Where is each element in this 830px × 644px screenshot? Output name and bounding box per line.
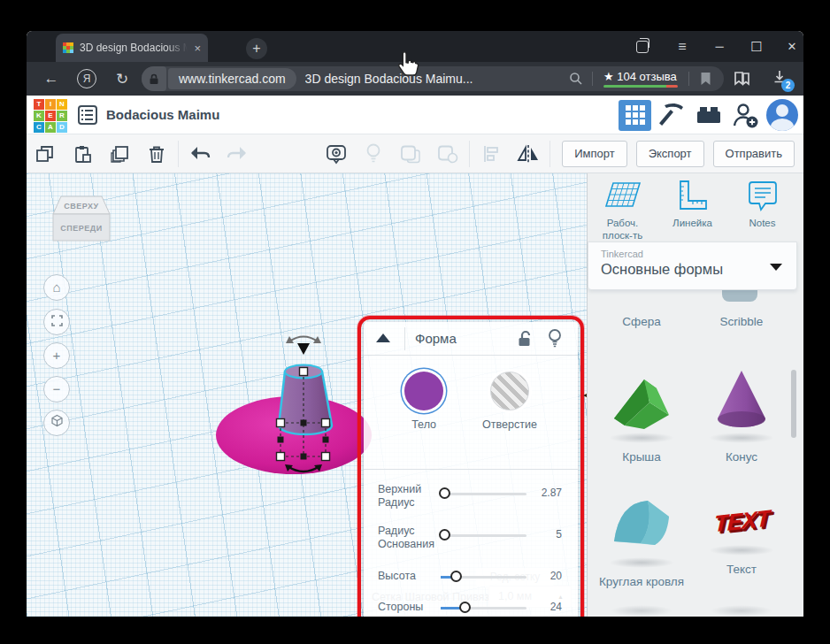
tool-label: Рабоч.	[607, 218, 639, 228]
edit-toolbar: Импорт Экспорт Отправить	[27, 134, 803, 173]
project-title[interactable]: Bodacious Maimu	[106, 107, 219, 122]
close-button[interactable]: ✕	[777, 40, 803, 53]
url-field[interactable]: www.tinkercad.com 3D design Bodacious Ma…	[142, 66, 724, 91]
slider-value[interactable]: 24	[550, 601, 562, 613]
hole-swatch[interactable]: Отверстие	[482, 372, 537, 469]
slider-value[interactable]: 2.87	[542, 487, 562, 499]
browser-window: 3D design Bodacious Ma × + ≡ ─ ☐ ✕ ← Я ↻…	[27, 31, 803, 617]
show-all-button[interactable]	[318, 141, 355, 167]
redo-button[interactable]	[219, 141, 256, 167]
shape-item-scribble[interactable]: Scribble	[692, 308, 791, 328]
delete-button[interactable]	[138, 141, 175, 167]
send-button[interactable]: Отправить	[713, 141, 795, 167]
search-icon[interactable]	[569, 72, 583, 86]
workplane-icon	[604, 179, 642, 212]
shape-label: Крыша	[592, 450, 691, 464]
slider-handle[interactable]	[450, 571, 462, 582]
slider-handle[interactable]	[439, 529, 450, 540]
collapse-panel-icon[interactable]	[376, 334, 390, 342]
slider-row-base-radius: Радиус Основания 5	[364, 525, 578, 560]
back-button[interactable]: ←	[34, 70, 69, 88]
site-reviews[interactable]: ★ 104 отзыва	[603, 70, 678, 88]
workplane-tool[interactable]: Рабоч.плоск-ть	[589, 179, 657, 242]
slider-value[interactable]: 5	[556, 528, 562, 540]
slider-value[interactable]: 20	[550, 570, 562, 582]
design-menu-icon[interactable]	[78, 105, 97, 125]
unlock-icon[interactable]	[518, 330, 532, 348]
bright-bulb-icon[interactable]	[355, 141, 392, 167]
shape-label: Конус	[692, 450, 791, 464]
refresh-button[interactable]: ↻	[104, 70, 140, 88]
shape-item-text[interactable]: TEXT Текст	[692, 490, 791, 576]
blocks-view-button[interactable]	[619, 100, 651, 131]
browser-menu-button[interactable]: ≡	[667, 39, 697, 55]
slider-label: Верхний Радиус	[378, 483, 436, 510]
group-button[interactable]	[392, 141, 429, 167]
minecraft-pickaxe-icon[interactable]	[657, 100, 688, 130]
solid-swatch[interactable]: Тело	[404, 372, 443, 469]
shape-item-sphere[interactable]: Сфера	[592, 308, 691, 328]
collections-icon[interactable]	[733, 70, 752, 88]
shape-item-round-roof[interactable]: Круглая кровля	[592, 490, 691, 588]
ruler-tool[interactable]: Линейка	[659, 179, 726, 242]
lego-brick-icon[interactable]	[694, 100, 724, 130]
yandex-icon[interactable]: Я	[77, 69, 96, 88]
round-roof-shape-icon	[602, 490, 681, 561]
slider-handle[interactable]	[439, 487, 450, 499]
shape-properties-panel: Форма Тело Отверстие	[364, 322, 578, 617]
notes-tool[interactable]: Notes	[729, 179, 796, 242]
minimize-button[interactable]: ─	[704, 40, 734, 53]
app-header: TIN KER CAD Bodacious Maimu	[27, 96, 803, 134]
user-avatar[interactable]	[766, 99, 798, 131]
star-icon: ★	[603, 70, 614, 83]
slider-handle[interactable]	[459, 602, 471, 613]
chevron-down-icon	[770, 264, 782, 271]
tinkercad-logo[interactable]: TIN KER CAD	[34, 99, 67, 133]
bulb-icon[interactable]	[548, 328, 562, 349]
side-panels-button[interactable]	[636, 31, 649, 62]
shape-library-dropdown[interactable]: Tinkercad Основные формы	[588, 242, 797, 290]
shape-label: Круглая кровля	[592, 575, 691, 588]
export-button[interactable]: Экспорт	[636, 141, 704, 167]
duplicate-button[interactable]	[101, 141, 138, 167]
slider-label: Радиус Основания	[378, 525, 436, 551]
tab-close-icon[interactable]: ×	[194, 42, 201, 55]
mirror-button[interactable]	[510, 141, 547, 167]
url-domain[interactable]: www.tinkercad.com	[168, 68, 296, 89]
new-tab-button[interactable]: +	[246, 38, 267, 59]
3d-viewport[interactable]: СВЕРХУ СПЕРЕДИ ⌂ + −	[27, 173, 587, 617]
cone-shape-icon	[702, 364, 781, 436]
slider-row-top-radius: Верхний Радиус 2.87	[364, 483, 578, 518]
next-row-shape-shadow	[711, 605, 772, 617]
align-button[interactable]	[473, 141, 510, 167]
top-radius-slider[interactable]	[441, 493, 526, 495]
base-radius-slider[interactable]	[441, 534, 526, 537]
bookmark-icon[interactable]	[700, 72, 711, 86]
shape-item-cone[interactable]: Конус	[692, 364, 791, 464]
library-brand: Tinkercad	[601, 249, 796, 259]
undo-button[interactable]	[181, 141, 219, 167]
shapes-sidebar: Рабоч.плоск-ть Линейка Notes	[587, 173, 803, 617]
sides-slider[interactable]	[441, 607, 526, 610]
browser-tab[interactable]: 3D design Bodacious Ma ×	[56, 34, 208, 62]
import-button[interactable]: Импорт	[562, 141, 626, 167]
add-user-icon[interactable]	[730, 100, 760, 130]
library-name: Основные формы	[601, 261, 796, 278]
sidebar-scrollbar[interactable]	[791, 370, 796, 438]
hole-pattern-circle[interactable]	[490, 372, 529, 410]
paste-button[interactable]	[64, 141, 101, 167]
shape-label: Сфера	[592, 315, 691, 328]
panels-icon	[636, 41, 649, 53]
tinkercad-favicon	[63, 42, 73, 53]
copy-button[interactable]	[27, 141, 64, 167]
height-slider[interactable]	[441, 576, 526, 579]
maximize-button[interactable]: ☐	[742, 39, 772, 55]
shape-item-roof[interactable]: Крыша	[592, 364, 691, 464]
solid-color-circle[interactable]	[404, 372, 443, 410]
hole-label: Отверстие	[482, 418, 537, 431]
lock-icon[interactable]	[142, 66, 166, 91]
download-badge: 2	[781, 79, 795, 92]
rotate-handle[interactable]	[286, 336, 321, 355]
ungroup-button[interactable]	[429, 141, 466, 167]
downloads-button[interactable]: 2	[772, 69, 788, 88]
